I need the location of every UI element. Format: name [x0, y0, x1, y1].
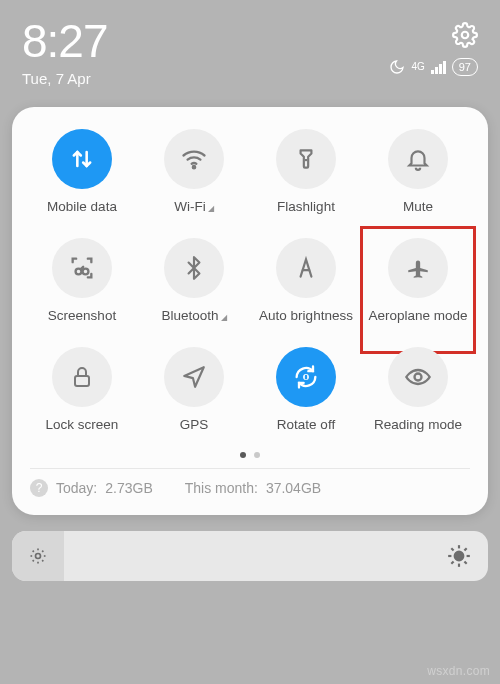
- tile-label: Bluetooth◢: [161, 308, 226, 323]
- tile-label: GPS: [180, 417, 209, 432]
- tile-screenshot[interactable]: Screenshot: [26, 238, 138, 323]
- svg-point-1: [193, 166, 195, 168]
- quick-settings-panel: Mobile data Wi-Fi◢ Flashlight Mute Scree: [12, 107, 488, 515]
- tile-rotate[interactable]: Rotate off: [250, 347, 362, 432]
- watermark: wsxdn.com: [427, 664, 490, 678]
- tile-mobile-data[interactable]: Mobile data: [26, 129, 138, 214]
- svg-rect-7: [305, 375, 307, 380]
- clock-area: 8:27 Tue, 7 Apr: [22, 18, 108, 87]
- tile-label: Rotate off: [277, 417, 335, 432]
- svg-point-9: [36, 554, 41, 559]
- svg-line-15: [42, 560, 43, 561]
- date: Tue, 7 Apr: [22, 70, 108, 87]
- tile-label: Flashlight: [277, 199, 335, 214]
- brightness-low-icon: [28, 546, 48, 566]
- signal-icon: [431, 61, 446, 74]
- tile-reading-mode[interactable]: Reading mode: [362, 347, 474, 432]
- tile-mute[interactable]: Mute: [362, 129, 474, 214]
- flashlight-icon[interactable]: [276, 129, 336, 189]
- screenshot-icon[interactable]: [52, 238, 112, 298]
- divider: [30, 468, 470, 469]
- svg-line-17: [42, 551, 43, 552]
- tile-label: Screenshot: [48, 308, 116, 323]
- lock-icon[interactable]: [52, 347, 112, 407]
- svg-line-14: [33, 551, 34, 552]
- airplane-icon[interactable]: [388, 238, 448, 298]
- brightness-slider[interactable]: [12, 531, 488, 581]
- usage-today-value: 2.73GB: [105, 480, 152, 496]
- usage-month-label: This month:: [185, 480, 258, 496]
- tile-label: Reading mode: [374, 417, 462, 432]
- page-dot: [254, 452, 260, 458]
- svg-line-24: [464, 561, 466, 563]
- tile-wifi[interactable]: Wi-Fi◢: [138, 129, 250, 214]
- status-icons: 4G 97: [389, 58, 478, 76]
- mobile-data-icon[interactable]: [52, 129, 112, 189]
- gps-icon[interactable]: [164, 347, 224, 407]
- usage-month-value: 37.04GB: [266, 480, 321, 496]
- network-type: 4G: [411, 62, 424, 72]
- rotate-icon[interactable]: [276, 347, 336, 407]
- svg-line-25: [451, 561, 453, 563]
- info-icon: ?: [30, 479, 48, 497]
- tile-label: Mute: [403, 199, 433, 214]
- svg-point-0: [462, 32, 469, 39]
- tile-label: Aeroplane mode: [368, 308, 467, 323]
- brightness-high-icon: [446, 543, 472, 569]
- svg-point-18: [455, 552, 464, 561]
- tile-gps[interactable]: GPS: [138, 347, 250, 432]
- tile-aeroplane-mode[interactable]: Aeroplane mode: [362, 238, 474, 323]
- tile-label: Mobile data: [47, 199, 117, 214]
- data-usage-row[interactable]: ? Today: 2.73GB This month: 37.04GB: [26, 479, 474, 501]
- tile-bluetooth[interactable]: Bluetooth◢: [138, 238, 250, 323]
- reading-icon[interactable]: [388, 347, 448, 407]
- tiles-grid: Mobile data Wi-Fi◢ Flashlight Mute Scree: [26, 129, 474, 432]
- bluetooth-icon[interactable]: [164, 238, 224, 298]
- page-dot-active: [240, 452, 246, 458]
- svg-line-23: [451, 548, 453, 550]
- svg-rect-5: [75, 376, 89, 386]
- usage-today-label: Today:: [56, 480, 97, 496]
- svg-point-8: [415, 374, 422, 381]
- svg-line-26: [464, 548, 466, 550]
- bell-icon[interactable]: [388, 129, 448, 189]
- tile-label: Wi-Fi◢: [174, 199, 213, 214]
- status-right: 4G 97: [389, 22, 478, 76]
- tile-auto-brightness[interactable]: Auto brightness: [250, 238, 362, 323]
- svg-line-16: [33, 560, 34, 561]
- dnd-moon-icon: [389, 59, 405, 75]
- battery-percentage: 97: [452, 58, 478, 76]
- page-indicator: [26, 452, 474, 458]
- status-bar: 8:27 Tue, 7 Apr 4G 97: [0, 0, 500, 97]
- clock: 8:27: [22, 18, 108, 64]
- tile-label: Lock screen: [46, 417, 119, 432]
- settings-gear-icon[interactable]: [452, 22, 478, 48]
- tile-flashlight[interactable]: Flashlight: [250, 129, 362, 214]
- svg-point-4: [83, 269, 89, 275]
- tile-lock-screen[interactable]: Lock screen: [26, 347, 138, 432]
- auto-brightness-icon[interactable]: [276, 238, 336, 298]
- tile-label: Auto brightness: [259, 308, 353, 323]
- wifi-icon[interactable]: [164, 129, 224, 189]
